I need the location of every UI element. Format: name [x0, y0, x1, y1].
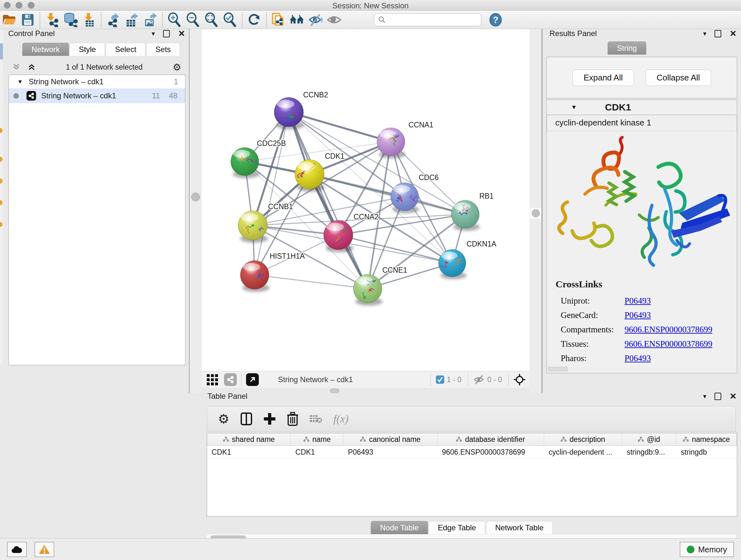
splitter-grip[interactable] — [191, 192, 200, 201]
node-CCNA2[interactable] — [324, 220, 353, 250]
expand-all-button[interactable]: Expand All — [572, 70, 634, 86]
cloud-button[interactable] — [7, 542, 27, 557]
node-CCNA1[interactable] — [377, 128, 405, 156]
tab-network-table[interactable]: Network Table — [486, 521, 553, 534]
selected-checkbox-icon[interactable] — [435, 375, 445, 384]
open-session-button[interactable] — [0, 12, 18, 28]
hide-selected-button[interactable] — [307, 12, 325, 28]
node-CDC6[interactable] — [391, 183, 419, 211]
tab-edge-table[interactable]: Edge Table — [428, 521, 485, 534]
cell-namespace[interactable]: stringdb — [676, 446, 737, 458]
export-image-button[interactable] — [141, 12, 159, 28]
panel-menu-icon[interactable]: ▾ — [151, 30, 155, 37]
network-share-icon[interactable] — [224, 373, 237, 386]
crosslink-link[interactable]: P06493 — [624, 310, 651, 320]
right-splitter-gutter[interactable] — [530, 29, 542, 393]
tab-network[interactable]: Network — [22, 43, 69, 56]
splitter-grip[interactable] — [532, 209, 540, 217]
table-row[interactable]: CDK1CDK1P064939606.ENSP00000378699cyclin… — [207, 446, 737, 459]
cell-canonical-name[interactable]: P06493 — [343, 446, 437, 458]
collapse-all-icon[interactable] — [12, 63, 20, 71]
expand-all-icon[interactable] — [27, 63, 36, 71]
tab-string[interactable]: String — [608, 42, 646, 55]
network-canvas[interactable]: CCNB2CCNA1CDC25BCDK1CDC6RB1CCNB1CCNA2CDK… — [202, 29, 530, 371]
node-CCNB2[interactable] — [274, 98, 304, 127]
panel-menu-icon[interactable]: ▾ — [703, 30, 706, 37]
delete-trash-icon[interactable] — [287, 412, 298, 426]
cell-name[interactable]: CDK1 — [291, 446, 344, 458]
birdseye-view-icon[interactable] — [246, 373, 259, 386]
cell-@id[interactable]: stringdb:9... — [622, 446, 677, 458]
tab-style[interactable]: Style — [70, 43, 105, 56]
panel-close-icon[interactable]: ✕ — [730, 391, 737, 401]
search-input[interactable] — [388, 15, 481, 24]
column-header-@id[interactable]: @id — [622, 433, 676, 445]
show-columns-icon[interactable] — [240, 412, 253, 426]
panel-menu-icon[interactable]: ▾ — [703, 392, 706, 400]
zoom-selected-button[interactable] — [221, 12, 239, 28]
tab-node-table[interactable]: Node Table — [371, 521, 428, 534]
panel-float-icon[interactable] — [715, 393, 721, 400]
clone-network-button[interactable] — [269, 12, 288, 28]
collapse-entry-icon[interactable]: ▼ — [571, 104, 577, 111]
help-button[interactable]: ? — [486, 12, 505, 28]
crosslink-link[interactable]: 9606.ENSP00000378699 — [624, 339, 712, 349]
network-row[interactable]: String Network – cdk1 11 48 — [9, 88, 185, 103]
panel-close-icon[interactable]: ✕ — [178, 29, 185, 39]
crosslink-link[interactable]: P06493 — [624, 354, 651, 363]
left-splitter-gutter[interactable] — [190, 29, 201, 393]
splitter-grip-box[interactable] — [530, 208, 541, 219]
gear-icon[interactable]: ⚙ — [173, 62, 181, 73]
results-scrollbar-thumb[interactable] — [548, 367, 568, 371]
network-graph[interactable]: CCNB2CCNA1CDC25BCDK1CDC6RB1CCNB1CCNA2CDK… — [202, 29, 530, 371]
memory-button[interactable]: Memory — [680, 542, 734, 557]
node-RB1[interactable] — [451, 200, 479, 228]
save-session-button[interactable] — [18, 12, 37, 28]
apply-layout-button[interactable] — [245, 12, 264, 28]
panel-float-icon[interactable] — [163, 30, 170, 37]
cell-database-identifier[interactable]: 9606.ENSP00000378699 — [437, 446, 544, 458]
crosslink-link[interactable]: 9606.ENSP00000378699 — [624, 325, 712, 334]
table-gear-icon[interactable]: ⚙ — [218, 412, 229, 426]
column-header-name[interactable]: name — [291, 433, 343, 445]
export-table-button[interactable] — [123, 12, 141, 28]
control-panel-title: Control Panel — [8, 29, 55, 38]
show-all-button[interactable] — [325, 12, 343, 28]
collapse-all-button[interactable]: Collapse All — [646, 70, 711, 86]
node-CDK1[interactable] — [295, 160, 324, 189]
node-CCNB1[interactable] — [238, 211, 267, 240]
zoom-out-button[interactable] — [184, 12, 202, 28]
cell-description[interactable]: cyclin-dependent ... — [544, 446, 622, 458]
search-icon — [378, 15, 386, 24]
add-column-icon[interactable] — [263, 413, 276, 425]
crosslink-link[interactable]: P06493 — [624, 296, 651, 306]
zoom-in-button[interactable] — [165, 12, 184, 28]
column-header-description[interactable]: description — [544, 433, 622, 445]
column-header-database-identifier[interactable]: database identifier — [437, 433, 544, 445]
import-network-database-button[interactable] — [61, 12, 80, 28]
export-network-button[interactable] — [104, 12, 123, 28]
grid-mode-icon[interactable] — [206, 374, 219, 386]
node-CDC25B[interactable] — [231, 147, 259, 176]
import-network-file-button[interactable] — [43, 12, 61, 28]
tree-expand-icon[interactable]: ▼ — [17, 78, 23, 85]
column-header-shared-name[interactable]: shared name — [207, 433, 291, 445]
import-table-button[interactable] — [80, 12, 98, 28]
cell-shared-name[interactable]: CDK1 — [207, 446, 291, 458]
fit-crosshair-icon[interactable] — [513, 373, 526, 386]
panel-close-icon[interactable]: ✕ — [730, 29, 737, 39]
node-CDKN1A[interactable] — [435, 249, 466, 277]
warnings-button[interactable] — [35, 542, 54, 557]
column-header-canonical-name[interactable]: canonical name — [343, 433, 437, 445]
gene-header-row[interactable]: ▼ CDK1 — [547, 100, 737, 115]
node-CCNE1[interactable] — [353, 274, 382, 303]
home-network-button[interactable] — [288, 12, 307, 28]
zoom-fit-button[interactable] — [202, 12, 221, 28]
column-header-namespace[interactable]: namespace — [676, 433, 737, 445]
hidden-eye-slash-icon[interactable] — [473, 374, 485, 385]
panel-float-icon[interactable] — [715, 30, 721, 37]
tab-sets[interactable]: Sets — [146, 43, 180, 56]
node-HIST1H1A[interactable] — [240, 260, 269, 289]
network-collection-row[interactable]: ▼ String Network – cdk1 1 — [9, 75, 185, 88]
tab-select[interactable]: Select — [106, 43, 145, 56]
